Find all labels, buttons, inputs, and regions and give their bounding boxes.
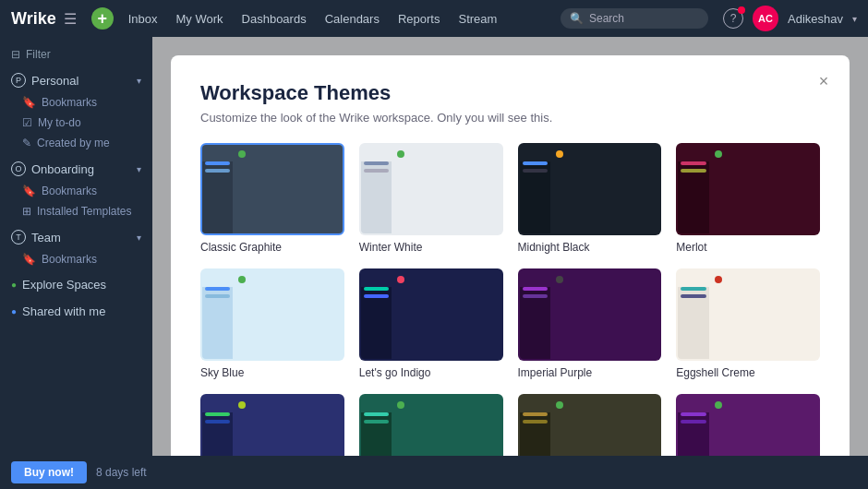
sidebar-templates-label: Installed Templates	[37, 205, 132, 218]
theme-name-merlot: Merlot	[676, 241, 820, 254]
nav-mywork[interactable]: My Work	[169, 8, 231, 30]
sidebar-item-bookmarks-onboarding[interactable]: 🔖 Bookmarks	[0, 181, 152, 201]
sidebar-item-explore-spaces[interactable]: ● Explore Spaces	[0, 273, 152, 296]
mytodo-icon: ☑	[22, 116, 32, 129]
help-button[interactable]: ?	[723, 8, 743, 29]
avatar: AC	[753, 6, 778, 31]
user-name[interactable]: Adikeshav	[788, 12, 843, 26]
main-area: ⊟ Filter P Personal ▾ 🔖 Bookmarks ☑ My t…	[0, 37, 868, 456]
theme-item-eggshell-creme[interactable]: Eggshell Creme	[676, 268, 820, 379]
filter-label: Filter	[26, 48, 51, 61]
theme-item-legendary-leopard[interactable]: Legendary Leopard	[518, 394, 662, 456]
theme-item-flower-power[interactable]: Flower Power	[359, 394, 503, 456]
sidebar-bookmarks-onboarding-label: Bookmarks	[42, 185, 97, 197]
chevron-personal-icon: ▾	[137, 76, 141, 86]
chevron-onboarding-icon: ▾	[137, 164, 141, 174]
modal-subtitle: Customize the look of the Wrike workspac…	[200, 111, 820, 125]
bookmarks-onboarding-icon: 🔖	[22, 185, 36, 197]
bottom-bar: Buy now! 8 days left	[0, 456, 868, 489]
theme-item-merlot[interactable]: Merlot	[676, 143, 820, 254]
nav-calendars[interactable]: Calendars	[318, 8, 387, 30]
theme-name-classic-graphite: Classic Graphite	[200, 241, 344, 254]
help-notification-dot	[738, 6, 745, 14]
sidebar-team-label: Team	[31, 231, 61, 244]
hamburger-icon[interactable]: ☰	[64, 10, 77, 28]
help-label: ?	[730, 12, 737, 25]
theme-grid: Classic GraphiteWinter WhiteMidnight Bla…	[200, 143, 820, 456]
theme-name-lets-go-indigo: Let's go Indigo	[359, 366, 503, 379]
theme-item-classic-graphite[interactable]: Classic Graphite	[200, 143, 344, 254]
top-nav: Wrike ☰ + Inbox My Work Dashboards Calen…	[0, 0, 868, 37]
theme-item-retro-safari[interactable]: Retro Safari	[676, 394, 820, 456]
sidebar-section-personal: P Personal ▾ 🔖 Bookmarks ☑ My to-do ✎ Cr…	[0, 68, 152, 153]
sidebar-item-installed-templates[interactable]: ⊞ Installed Templates	[0, 201, 152, 221]
bookmarks-team-icon: 🔖	[22, 253, 36, 266]
sidebar-section-team: T Team ▾ 🔖 Bookmarks	[0, 225, 152, 269]
modal-overlay: Workspace Themes Customize the look of t…	[152, 37, 868, 456]
sidebar-personal-label: Personal	[31, 74, 78, 88]
sidebar-shared-label: Shared with me	[22, 304, 105, 318]
sidebar-section-shared: ● Shared with me	[0, 300, 152, 323]
theme-item-midnight-black[interactable]: Midnight Black	[518, 143, 662, 254]
nav-reports[interactable]: Reports	[391, 8, 448, 30]
sidebar-item-created-by-me[interactable]: ✎ Created by me	[0, 133, 152, 153]
team-icon: T	[11, 230, 26, 244]
sidebar-section-explore: ● Explore Spaces	[0, 273, 152, 296]
close-button[interactable]: ×	[813, 70, 835, 92]
theme-name-imperial-purple: Imperial Purple	[518, 366, 662, 379]
sidebar-item-mytodo[interactable]: ☑ My to-do	[0, 113, 152, 133]
onboarding-icon: O	[11, 161, 26, 176]
sidebar-section-onboarding-header[interactable]: O Onboarding ▾	[0, 157, 152, 181]
theme-name-winter-white: Winter White	[359, 241, 503, 254]
logo-area: Wrike ☰	[11, 9, 77, 29]
filter-row[interactable]: ⊟ Filter	[0, 44, 152, 65]
sidebar-mytodo-label: My to-do	[38, 116, 81, 129]
sidebar-section-onboarding: O Onboarding ▾ 🔖 Bookmarks ⊞ Installed T…	[0, 157, 152, 221]
days-left-label: 8 days left	[96, 466, 147, 479]
sidebar-bookmarks-label: Bookmarks	[42, 96, 97, 109]
nav-dashboards[interactable]: Dashboards	[235, 8, 314, 30]
sidebar-bookmarks-team-label: Bookmarks	[42, 253, 97, 266]
sidebar: ⊟ Filter P Personal ▾ 🔖 Bookmarks ☑ My t…	[0, 37, 152, 456]
theme-name-eggshell-creme: Eggshell Creme	[676, 366, 820, 379]
sidebar-item-shared-with-me[interactable]: ● Shared with me	[0, 300, 152, 323]
search-placeholder: Search	[589, 12, 624, 25]
theme-item-imperial-purple[interactable]: Imperial Purple	[518, 268, 662, 379]
sidebar-item-bookmarks-team[interactable]: 🔖 Bookmarks	[0, 249, 152, 269]
theme-item-winter-white[interactable]: Winter White	[359, 143, 503, 254]
nav-right: ? AC Adikeshav ▾	[723, 6, 857, 31]
sidebar-item-bookmarks-personal[interactable]: 🔖 Bookmarks	[0, 92, 152, 113]
logo: Wrike	[11, 9, 56, 29]
theme-item-wonderland[interactable]: Wonderland	[200, 394, 344, 456]
workspace-themes-modal: Workspace Themes Customize the look of t…	[171, 55, 850, 456]
add-button[interactable]: +	[91, 7, 114, 30]
search-bar[interactable]: 🔍 Search	[561, 8, 708, 29]
theme-item-sky-blue[interactable]: Sky Blue	[200, 268, 344, 379]
explore-dot-icon: ●	[11, 280, 17, 290]
chevron-down-icon[interactable]: ▾	[852, 14, 857, 24]
nav-links: Inbox My Work Dashboards Calendars Repor…	[121, 8, 553, 30]
sidebar-onboarding-label: Onboarding	[31, 162, 94, 176]
search-icon: 🔍	[570, 12, 584, 25]
templates-icon: ⊞	[22, 205, 31, 218]
sidebar-section-team-header[interactable]: T Team ▾	[0, 225, 152, 249]
sidebar-section-personal-header[interactable]: P Personal ▾	[0, 68, 152, 92]
filter-icon: ⊟	[11, 48, 20, 61]
nav-stream[interactable]: Stream	[451, 8, 504, 30]
bookmarks-icon: 🔖	[22, 96, 36, 109]
shared-dot-icon: ●	[11, 306, 17, 316]
theme-name-midnight-black: Midnight Black	[518, 241, 662, 254]
buy-now-button[interactable]: Buy now!	[11, 461, 87, 483]
personal-icon: P	[11, 73, 26, 88]
created-icon: ✎	[22, 137, 31, 149]
theme-item-lets-go-indigo[interactable]: Let's go Indigo	[359, 268, 503, 379]
content-panel: Workspace Themes Customize the look of t…	[152, 37, 868, 456]
nav-inbox[interactable]: Inbox	[121, 8, 165, 30]
sidebar-explore-label: Explore Spaces	[22, 278, 106, 292]
modal-title: Workspace Themes	[200, 81, 820, 105]
sidebar-created-label: Created by me	[37, 137, 110, 149]
theme-name-sky-blue: Sky Blue	[200, 366, 344, 379]
chevron-team-icon: ▾	[137, 233, 141, 243]
